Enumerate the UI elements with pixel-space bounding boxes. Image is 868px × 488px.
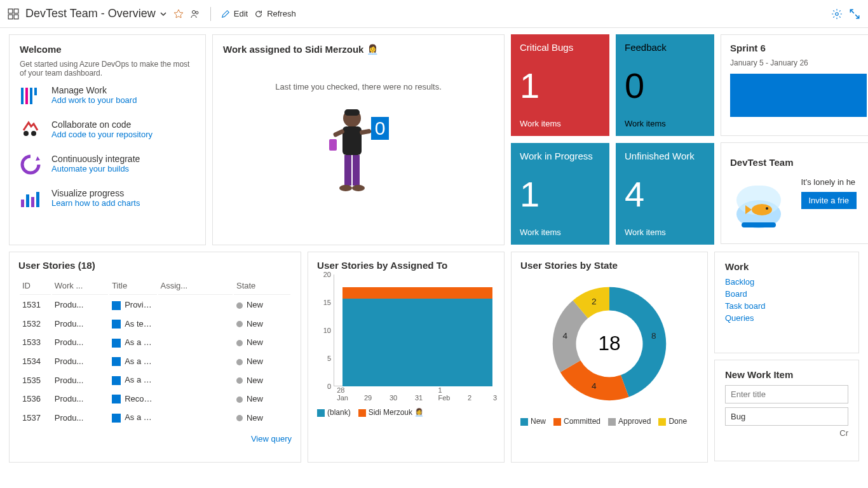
welcome-title: Welcome	[20, 44, 195, 55]
team-icon[interactable]	[190, 9, 200, 19]
chart-state-title: User Stories by State	[520, 260, 698, 271]
sprint-tile[interactable]: Sprint 6 January 5 - January 26	[721, 34, 868, 136]
welcome-item: Visualize progressLearn how to add chart…	[20, 188, 195, 211]
donut-total: 18	[598, 332, 620, 355]
svg-point-32	[766, 207, 768, 210]
table-row[interactable]: 1534Produ...As a customer, I should ...N…	[20, 353, 290, 370]
assigned-title: Work assigned to Sidi Merzouk 👩‍💼	[223, 44, 379, 55]
kpi-tile[interactable]: Feedback0Work items	[616, 34, 714, 136]
kpi-label: Critical Bugs	[520, 42, 600, 53]
legend-item: Committed	[553, 417, 600, 426]
new-wi-type-select[interactable]: Bug	[725, 407, 848, 426]
state-dot-icon	[236, 396, 243, 403]
legend-item: Approved	[608, 417, 651, 426]
refresh-icon	[254, 10, 263, 18]
svg-point-4	[192, 10, 195, 13]
separator	[210, 7, 211, 21]
svg-text:4: 4	[592, 381, 597, 391]
table-row[interactable]: 1532Produ...As tester, I need to test t.…	[20, 315, 290, 333]
state-dot-icon	[236, 302, 243, 309]
svg-rect-7	[21, 88, 24, 104]
work-link[interactable]: Board	[725, 289, 848, 299]
table-row[interactable]: 1537Produ...As a customer, I would li...…	[20, 409, 290, 426]
col-header[interactable]: Assig...	[158, 277, 233, 295]
svg-rect-13	[21, 200, 24, 207]
table-row[interactable]: 1536Produ...Recommended products...New	[20, 390, 290, 408]
welcome-item: Manage WorkAdd work to your board	[20, 85, 195, 108]
kpi-value: 1	[520, 68, 600, 104]
workitem-icon	[112, 414, 121, 423]
workitem-icon	[112, 376, 121, 385]
welcome-item: Collaborate on codeAdd code to your repo…	[20, 119, 195, 142]
donut-slice[interactable]	[560, 360, 629, 400]
kpi-value: 1	[520, 177, 600, 212]
legend-item: Sidi Merzouk 👩‍💼	[358, 408, 424, 417]
dashboard-title-dropdown[interactable]: DevTest Team - Overview	[25, 7, 167, 20]
workitem-icon	[112, 320, 121, 329]
welcome-item-link[interactable]: Add work to your board	[51, 95, 137, 105]
sprint-title: Sprint 6	[730, 43, 867, 53]
state-dot-icon	[236, 377, 243, 384]
toolbar: DevTest Team - Overview Edit Refresh	[0, 0, 868, 28]
svg-rect-14	[26, 194, 29, 207]
kpi-sub: Work items	[520, 227, 600, 237]
empty-illustration: 0	[320, 104, 397, 206]
kpi-value: 0	[625, 68, 705, 104]
donut-legend: NewCommittedApprovedDone	[520, 417, 698, 426]
fullscreen-icon[interactable]	[849, 8, 860, 20]
new-wi-title: New Work Item	[725, 369, 848, 380]
welcome-tile: Welcome Get started using Azure DevOps t…	[9, 34, 206, 245]
welcome-item-link[interactable]: Add code to your repository	[51, 130, 153, 139]
welcome-item-link[interactable]: Automate your builds	[51, 164, 140, 173]
kpi-tile[interactable]: Critical Bugs1Work items	[511, 34, 609, 136]
view-query-link[interactable]: View query	[251, 434, 292, 444]
svg-rect-10	[34, 88, 37, 95]
svg-point-27	[339, 185, 352, 191]
col-header[interactable]: Title	[109, 277, 156, 295]
dashboard-icon	[8, 8, 19, 20]
edit-button[interactable]: Edit	[221, 9, 248, 18]
svg-rect-16	[36, 192, 39, 207]
workitem-icon	[112, 357, 121, 366]
favorite-icon[interactable]	[173, 9, 184, 19]
legend-item: (blank)	[317, 408, 351, 417]
col-header[interactable]: ID	[20, 277, 51, 295]
work-link[interactable]: Task board	[725, 301, 848, 311]
svg-rect-33	[742, 222, 776, 227]
invite-friend-button[interactable]: Invite a frie	[801, 192, 857, 209]
svg-rect-26	[353, 155, 360, 186]
create-button[interactable]: Cr	[725, 428, 848, 438]
table-row[interactable]: 1535Produ...As a customer, I would li...…	[20, 371, 290, 389]
refresh-label: Refresh	[267, 9, 296, 18]
settings-icon[interactable]	[831, 8, 843, 20]
welcome-icon	[20, 119, 43, 142]
legend-item: Done	[658, 417, 687, 426]
new-wi-title-input[interactable]	[725, 385, 848, 403]
assigned-empty-msg: Last time you checked, there were no res…	[275, 82, 442, 92]
svg-rect-8	[25, 88, 28, 104]
col-header[interactable]: Work ...	[52, 277, 108, 295]
edit-label: Edit	[234, 9, 248, 18]
sprint-burndown-bar	[730, 74, 867, 117]
chevron-down-icon	[159, 10, 167, 18]
assigned-tile: Work assigned to Sidi Merzouk 👩‍💼 Last t…	[212, 34, 505, 245]
welcome-item-title: Manage Work	[51, 85, 137, 95]
table-row[interactable]: 1531Produ...Provide related items or ...…	[20, 296, 290, 314]
kpi-sub: Work items	[520, 119, 600, 128]
refresh-button[interactable]: Refresh	[254, 9, 296, 18]
work-link[interactable]: Queries	[725, 313, 848, 323]
kpi-tile[interactable]: Unfinished Work4Work items	[616, 143, 714, 245]
col-header[interactable]: State	[234, 277, 290, 295]
kpi-label: Work in Progress	[520, 151, 600, 161]
welcome-item-link[interactable]: Learn how to add charts	[51, 198, 140, 208]
table-row[interactable]: 1533Produ...As a customer, I should ...N…	[20, 334, 290, 351]
welcome-item-title: Visualize progress	[51, 188, 140, 198]
svg-rect-2	[8, 15, 13, 19]
kpi-tile[interactable]: Work in Progress1Work items	[511, 143, 609, 245]
work-link[interactable]: Backlog	[725, 277, 848, 287]
welcome-desc: Get started using Azure DevOps to make t…	[20, 60, 195, 78]
team-tile: DevTest Team It's lonely in he Invite a …	[721, 142, 868, 244]
work-title: Work	[725, 261, 848, 272]
state-dot-icon	[236, 340, 243, 346]
stories-by-state-chart: User Stories by State 844218 NewCommitte…	[511, 252, 708, 463]
